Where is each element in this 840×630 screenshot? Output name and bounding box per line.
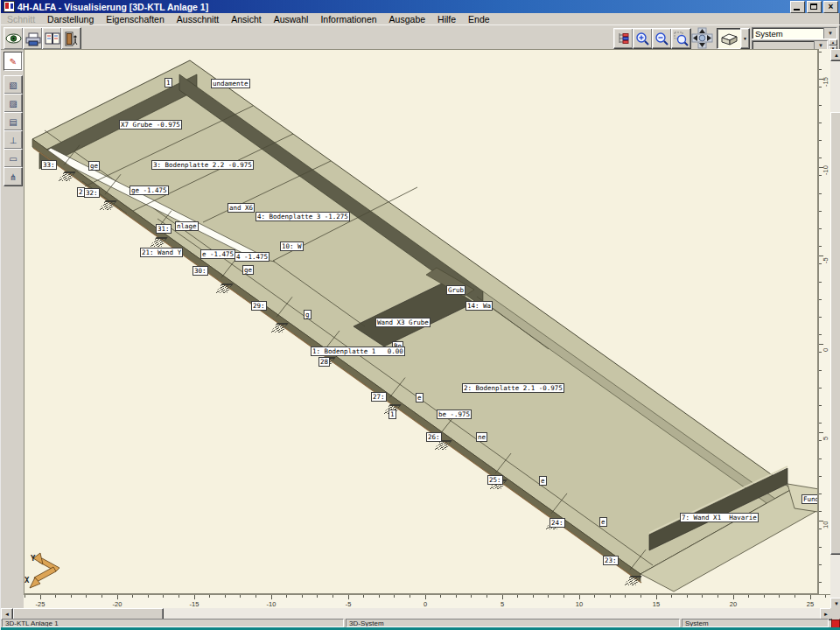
ruler-minor-tick: [819, 388, 822, 388]
spin-up-icon[interactable]: ▲: [829, 39, 837, 46]
ruler-minor-tick: [819, 69, 822, 70]
scroll-up-icon: ▲: [834, 52, 839, 58]
side-button-labels-view[interactable]: ▭: [4, 149, 23, 168]
ruler-tick: [819, 256, 823, 256]
model-label: Wand X3 Grube: [375, 318, 430, 327]
status-field-model: 3D-KTL Anlage 1: [2, 619, 344, 627]
system-combobox[interactable]: System ▼: [752, 27, 837, 39]
menu-auswahl[interactable]: Auswahl: [274, 14, 309, 24]
vertical-scroll-thumb[interactable]: [830, 112, 840, 555]
model-label: 23:: [603, 556, 619, 565]
ruler-minor-tick: [194, 595, 195, 598]
ruler-minor-tick: [178, 595, 179, 598]
ruler-minor-tick: [819, 52, 822, 52]
support-symbol: [624, 576, 641, 585]
model-label: 10: W: [280, 242, 304, 251]
model-label: e -1.475: [200, 249, 235, 259]
hatch-view-icon: ▨: [9, 99, 17, 108]
axis-x-label: X: [24, 576, 29, 584]
ruler-minor-tick: [819, 423, 822, 424]
menu-ende[interactable]: Ende: [468, 14, 490, 24]
plate-view-icon: ▤: [9, 117, 17, 127]
side-button-tools-view[interactable]: ⋔: [4, 167, 23, 186]
ruler-minor-tick: [394, 595, 395, 598]
ruler-minor-tick: [819, 547, 822, 548]
ruler-minor-tick: [819, 564, 822, 565]
pan-control[interactable]: [690, 26, 714, 50]
model-label: e: [539, 476, 547, 486]
ruler-minor-tick: [687, 595, 688, 598]
ruler-minor-tick: [517, 595, 518, 598]
model-label: 33:: [41, 160, 57, 170]
print-button[interactable]: [23, 27, 43, 50]
model-canvas[interactable]: 1undamenteX7 Grube -0.9753: Bodenplatte …: [24, 49, 818, 594]
zoom-in-button[interactable]: [633, 28, 653, 49]
support-symbol: [58, 172, 75, 181]
model-label: be -.975: [437, 410, 472, 419]
ruler-tick-label: 5: [822, 437, 830, 440]
supports-view-icon: ⊥: [10, 136, 18, 145]
menu-ansicht[interactable]: Ansicht: [231, 14, 261, 24]
ruler-tick-label: -5: [346, 600, 352, 608]
model-label: ge -1.475: [130, 186, 169, 195]
tree-view-button[interactable]: [613, 28, 634, 49]
menu-darstellung[interactable]: Darstellung: [47, 14, 94, 24]
model-label: 4: Bodenplatte 3 -1.275: [256, 212, 350, 221]
ruler-minor-tick: [819, 140, 822, 141]
menu-eigenschaften[interactable]: Eigenschaften: [106, 14, 164, 24]
maximize-button[interactable]: [807, 1, 822, 13]
chevron-down-icon[interactable]: ▼: [823, 28, 836, 38]
ruler-tick-label: 10: [822, 522, 830, 528]
model-label: 4 -1.475: [234, 252, 270, 262]
model-label: 28: [318, 357, 330, 367]
ruler-minor-tick: [819, 158, 822, 158]
menu-ausschnitt[interactable]: Ausschnitt: [177, 14, 219, 24]
ruler-minor-tick: [610, 595, 611, 598]
ruler-minor-tick: [819, 228, 822, 229]
view-settings-button[interactable]: [4, 27, 24, 50]
application-window: 4H-ALFA - Visualisierung [3D-KTL Anlage …: [0, 0, 840, 630]
ruler-tick-label: 10: [576, 600, 583, 608]
ruler-minor-tick: [348, 595, 349, 598]
menu-informationen[interactable]: Informationen: [320, 14, 376, 24]
model-label: e: [416, 393, 424, 402]
zoom-window-button[interactable]: [671, 28, 691, 49]
ruler-minor-tick: [40, 595, 41, 598]
minimize-button[interactable]: [790, 1, 805, 13]
ruler-tick-label: -20: [113, 600, 122, 608]
ruler-tick-label: 15: [653, 600, 660, 608]
scroll-up-button[interactable]: ▲: [830, 49, 840, 61]
ruler-tick-label: 25: [807, 600, 814, 608]
support-symbol: [215, 284, 233, 293]
zoom-out-button[interactable]: [652, 28, 672, 49]
model-label: 26:: [426, 432, 442, 442]
close-button[interactable]: ×: [823, 1, 838, 13]
zoom-window-icon: [674, 32, 689, 46]
side-button-plate-view[interactable]: ▤: [4, 112, 23, 131]
ruler-minor-tick: [819, 175, 822, 176]
side-button-edit-mode[interactable]: ✎: [4, 52, 23, 71]
vertical-scrollbar[interactable]: ▲ ▼: [830, 49, 840, 608]
report-button[interactable]: [42, 27, 62, 50]
ruler-tick-label: -15: [822, 77, 830, 87]
exit-button[interactable]: [61, 27, 81, 50]
model-label: 21: Wand Y: [140, 248, 183, 257]
minimize-icon: [794, 9, 800, 10]
menu-ausgabe[interactable]: Ausgabe: [389, 14, 425, 24]
side-button-solid-view[interactable]: ▧: [4, 75, 23, 94]
projection-dropdown-button[interactable]: ▼: [740, 28, 750, 49]
ruler-tick-label: 20: [730, 600, 737, 608]
ruler-minor-tick: [440, 595, 441, 598]
title-bar: 4H-ALFA - Visualisierung [3D-KTL Anlage …: [1, 0, 840, 13]
menu-schnitt[interactable]: Schnitt: [7, 14, 35, 24]
side-button-supports-view[interactable]: ⊥: [4, 130, 23, 150]
ruler-minor-tick: [425, 595, 426, 598]
menu-hilfe[interactable]: Hilfe: [438, 14, 456, 24]
ruler-minor-tick: [819, 334, 822, 335]
projection-cube-button[interactable]: [717, 28, 741, 49]
side-button-hatch-view[interactable]: ▨: [4, 94, 23, 113]
ruler-minor-tick: [24, 595, 25, 598]
ruler-minor-tick: [456, 595, 457, 598]
horizontal-scrollbar[interactable]: ◄ ►: [1, 608, 830, 619]
ruler-vertical: -15-10-50510: [818, 49, 831, 594]
